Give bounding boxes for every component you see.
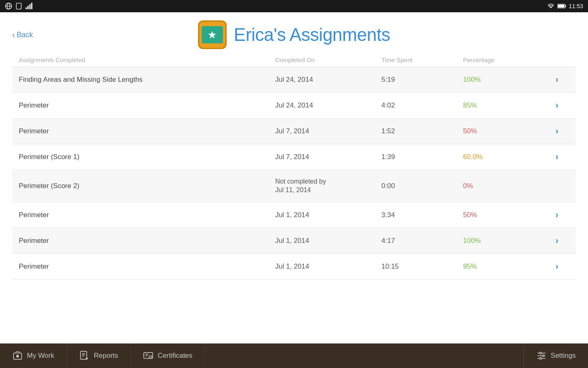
- svg-rect-7: [29, 4, 31, 9]
- app-icon-inner: ★: [202, 26, 223, 43]
- back-button[interactable]: ‹ Back: [12, 30, 33, 40]
- nav-my-work-label: My Work: [27, 352, 54, 360]
- clock-time: 11:53: [569, 3, 583, 9]
- signal-icon: [25, 2, 33, 10]
- status-bar: 11:53: [0, 0, 588, 12]
- row-chevron-icon[interactable]: ›: [545, 126, 569, 137]
- table-row[interactable]: Perimeter Jul 7, 2014 1:52 50% ›: [12, 119, 576, 144]
- bottom-nav: My Work Reports Certificates: [0, 343, 588, 368]
- col-percentage: Percentage: [463, 56, 545, 63]
- svg-rect-5: [26, 7, 27, 9]
- cell-completed-on: Jul 1, 2014: [275, 237, 381, 245]
- cell-time: 3:34: [381, 211, 463, 219]
- my-work-icon: [12, 350, 23, 361]
- table-row[interactable]: Perimeter Jul 1, 2014 10:15 95% ›: [12, 254, 576, 280]
- settings-icon: [536, 350, 547, 361]
- cell-date: Jul 24, 2014: [275, 76, 313, 83]
- row-chevron-icon[interactable]: ›: [545, 261, 569, 272]
- col-time-spent: Time Spent: [381, 56, 463, 63]
- cell-time: 5:19: [381, 76, 463, 84]
- cell-completed-on: Jul 7, 2014: [275, 153, 381, 161]
- cell-percentage: 50%: [463, 127, 545, 135]
- table-row[interactable]: Perimeter Jul 1, 2014 4:17 100% ›: [12, 228, 576, 254]
- col-assignments: Assignments Completed: [19, 56, 275, 63]
- page-title: Erica's Assignments: [234, 25, 390, 45]
- cell-percentage: 60.0%: [463, 153, 545, 161]
- title-area: ★ Erica's Assignments: [198, 20, 390, 49]
- cell-assignment: Perimeter: [19, 127, 275, 135]
- back-label: Back: [17, 31, 33, 39]
- app-icon: ★: [198, 20, 227, 49]
- cell-assignment: Perimeter (Score 1): [19, 153, 275, 161]
- nav-item-reports[interactable]: Reports: [67, 343, 131, 368]
- table-row[interactable]: Perimeter (Score 1) Jul 7, 2014 1:39 60.…: [12, 144, 576, 170]
- cell-assignment: Perimeter: [19, 101, 275, 110]
- cell-completed-on: Jul 24, 2014: [275, 101, 381, 110]
- cell-date: Jul 7, 2014: [275, 153, 309, 161]
- main-content: ‹ Back ★ Erica's Assignments Assignments…: [0, 12, 588, 343]
- reports-icon: [79, 350, 90, 361]
- cell-time: 4:17: [381, 237, 463, 245]
- svg-point-13: [16, 355, 19, 358]
- svg-point-21: [149, 356, 152, 359]
- cell-percentage: 100%: [463, 237, 545, 245]
- cell-assignment: Perimeter: [19, 237, 275, 245]
- battery-icon: [557, 4, 566, 9]
- star-icon: ★: [207, 29, 217, 41]
- cell-date: Jul 1, 2014: [275, 237, 309, 245]
- cell-completed-on: Jul 24, 2014: [275, 76, 381, 84]
- cell-date: Jul 24, 2014: [275, 101, 313, 109]
- status-bar-left-icons: [5, 2, 33, 10]
- row-chevron-icon[interactable]: ›: [545, 210, 569, 220]
- svg-rect-3: [16, 3, 21, 9]
- cell-time: 1:52: [381, 127, 463, 135]
- svg-point-24: [539, 352, 541, 354]
- nav-certificates-label: Certificates: [158, 352, 192, 360]
- cell-date: Jul 1, 2014: [275, 263, 309, 270]
- row-chevron-icon[interactable]: ›: [545, 100, 569, 111]
- cell-time: 4:02: [381, 101, 463, 110]
- svg-point-30: [539, 357, 541, 359]
- back-chevron-icon: ‹: [12, 30, 15, 40]
- cell-time: 0:00: [381, 182, 463, 190]
- nav-settings-label: Settings: [551, 352, 576, 360]
- status-bar-right: 11:53: [547, 3, 583, 9]
- cell-completed-on: Jul 1, 2014: [275, 263, 381, 271]
- row-chevron-icon[interactable]: ›: [545, 236, 569, 246]
- tablet-icon: [16, 2, 22, 10]
- table-row[interactable]: Perimeter Jul 24, 2014 4:02 85% ›: [12, 93, 576, 119]
- col-action: [545, 56, 569, 63]
- svg-rect-6: [27, 6, 29, 9]
- cell-assignment: Perimeter (Score 2): [19, 182, 275, 190]
- wifi-icon: [547, 3, 555, 9]
- col-completed-on: Completed On: [275, 56, 381, 63]
- cell-percentage: 50%: [463, 211, 545, 219]
- table-row: Perimeter (Score 2) Not completed byJul …: [12, 170, 576, 202]
- nav-item-my-work[interactable]: My Work: [0, 343, 67, 368]
- cell-assignment: Perimeter: [19, 263, 275, 271]
- svg-rect-11: [558, 4, 564, 7]
- svg-rect-8: [31, 3, 32, 9]
- cell-time: 1:39: [381, 153, 463, 161]
- svg-rect-10: [565, 5, 566, 7]
- cell-percentage: 95%: [463, 263, 545, 271]
- nav-reports-label: Reports: [94, 352, 118, 360]
- table-row[interactable]: Perimeter Jul 1, 2014 3:34 50% ›: [12, 202, 576, 228]
- svg-rect-14: [80, 351, 87, 359]
- row-chevron-icon[interactable]: ›: [545, 152, 569, 162]
- cell-time: 10:15: [381, 263, 463, 271]
- svg-point-27: [542, 355, 544, 357]
- row-chevron-icon[interactable]: ›: [545, 74, 569, 85]
- cell-percentage: 100%: [463, 76, 545, 84]
- assignments-table: Assignments Completed Completed On Time …: [0, 53, 588, 343]
- cell-completed-on: Jul 7, 2014: [275, 127, 381, 135]
- header: ‹ Back ★ Erica's Assignments: [0, 12, 588, 53]
- cell-date: Jul 1, 2014: [275, 211, 309, 219]
- nav-item-settings[interactable]: Settings: [523, 343, 588, 368]
- cell-percentage: 0%: [463, 182, 545, 190]
- cell-completed-on: Jul 1, 2014: [275, 211, 381, 219]
- nav-item-certificates[interactable]: Certificates: [131, 343, 205, 368]
- cell-completed-on: Not completed byJul 11, 2014: [275, 177, 381, 195]
- table-row[interactable]: Finding Areas and Missing Side Lengths J…: [12, 67, 576, 93]
- cell-assignment: Finding Areas and Missing Side Lengths: [19, 76, 275, 84]
